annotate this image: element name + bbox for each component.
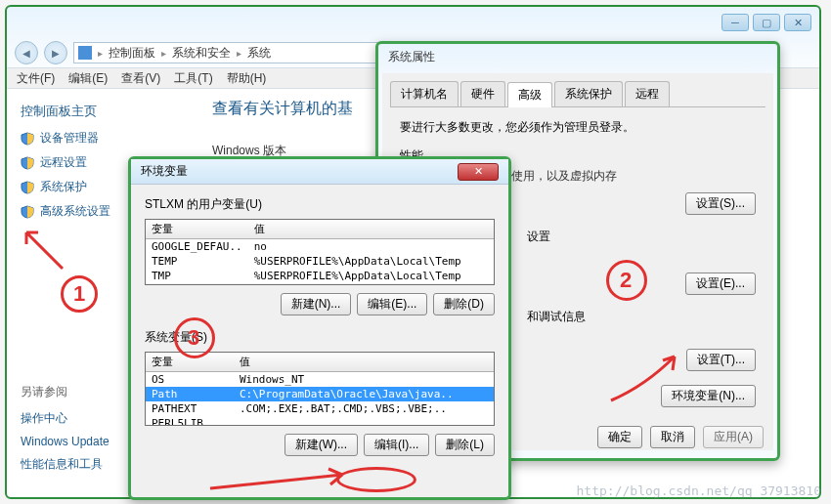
close-button[interactable]: ✕ — [784, 14, 811, 31]
userprofile-section-title: 设置 — [527, 229, 756, 245]
ok-button[interactable]: 确定 — [597, 426, 642, 448]
envvars-title-text: 环境变量 — [141, 163, 188, 180]
sidebar-item-label: 高级系统设置 — [40, 203, 110, 220]
breadcrumb-item[interactable]: 控制面板 — [109, 45, 155, 62]
table-row[interactable]: GOOGLE_DEFAU..no — [146, 239, 494, 255]
system-variables-group: 系统变量(S) 变量值 OSWindows_NT PathC:\ProgramD… — [145, 329, 495, 456]
sidebar-title: 控制面板主页 — [21, 103, 189, 120]
tab-computer-name[interactable]: 计算机名 — [390, 81, 459, 106]
menu-view[interactable]: 查看(V) — [121, 70, 160, 87]
user-new-button[interactable]: 新建(N)... — [281, 293, 352, 315]
sidebar-item-label: 设备管理器 — [40, 130, 99, 147]
back-button[interactable]: ◀ — [15, 41, 38, 64]
window-buttons: ─ ▢ ✕ — [722, 14, 811, 31]
title-bar: ─ ▢ ✕ — [7, 7, 819, 38]
table-row[interactable]: PERL5LIB — [146, 416, 494, 426]
forward-button[interactable]: ▶ — [44, 41, 67, 64]
maximize-button[interactable]: ▢ — [753, 14, 780, 31]
user-edit-button[interactable]: 编辑(E)... — [357, 293, 427, 315]
sys-delete-button[interactable]: 删除(L) — [435, 434, 495, 456]
tab-strip: 计算机名 硬件 高级 系统保护 远程 — [390, 81, 765, 107]
tab-hardware[interactable]: 硬件 — [460, 81, 505, 106]
startup-section-title: 和调试信息 — [527, 309, 756, 325]
performance-settings-button[interactable]: 设置(S)... — [685, 192, 756, 215]
shield-icon — [21, 181, 34, 194]
shield-icon — [21, 205, 34, 219]
sidebar-item-label: 远程设置 — [40, 154, 87, 171]
breadcrumb-item[interactable]: 系统 — [247, 45, 271, 62]
user-delete-button[interactable]: 删除(D) — [433, 293, 495, 315]
sys-edit-button[interactable]: 编辑(I)... — [364, 434, 429, 456]
table-row[interactable]: TMP%USERPROFILE%\AppData\Local\Temp — [146, 269, 494, 283]
shield-icon — [21, 156, 34, 170]
col-variable[interactable]: 变量 — [146, 353, 234, 372]
sys-vars-label: 系统变量(S) — [145, 329, 495, 346]
environment-variables-dialog: 环境变量 ✕ STLXM 的用户变量(U) 变量值 GOOGLE_DEFAU..… — [128, 156, 511, 500]
sidebar-item-label: 系统保护 — [40, 179, 87, 195]
minimize-button[interactable]: ─ — [722, 14, 749, 31]
environment-variables-button[interactable]: 环境变量(N)... — [661, 385, 756, 407]
breadcrumb-item[interactable]: 系统和安全 — [172, 45, 231, 62]
cancel-button[interactable]: 取消 — [650, 426, 695, 448]
col-variable[interactable]: 变量 — [146, 220, 248, 239]
menu-help[interactable]: 帮助(H) — [227, 70, 267, 87]
col-value[interactable]: 值 — [248, 220, 494, 239]
shield-icon — [21, 132, 34, 146]
tab-advanced[interactable]: 高级 — [507, 82, 552, 107]
table-row-selected[interactable]: PathC:\ProgramData\Oracle\Java\java.. — [146, 387, 494, 401]
sys-new-button[interactable]: 新建(W)... — [284, 434, 358, 456]
table-row[interactable]: OSWindows_NT — [146, 372, 494, 388]
user-variables-group: STLXM 的用户变量(U) 变量值 GOOGLE_DEFAU..no TEMP… — [145, 196, 495, 315]
dialog-title: 系统属性 — [378, 44, 777, 69]
menu-edit[interactable]: 编辑(E) — [68, 70, 108, 87]
control-panel-icon — [78, 46, 92, 60]
menu-file[interactable]: 文件(F) — [17, 70, 55, 87]
system-vars-table[interactable]: 变量值 OSWindows_NT PathC:\ProgramData\Orac… — [145, 352, 495, 426]
userprofile-settings-button[interactable]: 设置(E)... — [685, 273, 756, 295]
table-row[interactable]: TEMP%USERPROFILE%\AppData\Local\Temp — [146, 254, 494, 269]
user-vars-table[interactable]: 变量值 GOOGLE_DEFAU..no TEMP%USERPROFILE%\A… — [145, 219, 495, 285]
tab-remote[interactable]: 远程 — [625, 81, 670, 106]
tab-system-protection[interactable]: 系统保护 — [554, 81, 623, 106]
sidebar-link-device-manager[interactable]: 设备管理器 — [21, 130, 189, 147]
table-row[interactable]: PATHEXT.COM;.EXE;.BAT;.CMD;.VBS;.VBE;.. — [146, 401, 494, 416]
apply-button[interactable]: 应用(A) — [703, 426, 764, 448]
col-value[interactable]: 值 — [234, 353, 494, 372]
admin-text: 要进行大多数更改，您必须作为管理员登录。 — [400, 119, 756, 136]
menu-tools[interactable]: 工具(T) — [174, 70, 212, 87]
watermark: http://blog.csdn.net/qq_37913810 — [577, 483, 821, 498]
user-vars-label: STLXM 的用户变量(U) — [145, 196, 495, 213]
close-button[interactable]: ✕ — [458, 163, 499, 181]
startup-settings-button[interactable]: 设置(T)... — [686, 349, 756, 371]
main-heading: 查看有关计算机的基 — [212, 99, 353, 119]
dialog-title: 环境变量 ✕ — [131, 159, 508, 185]
dialog-buttons: 确定 取消 应用(A) — [597, 426, 764, 448]
